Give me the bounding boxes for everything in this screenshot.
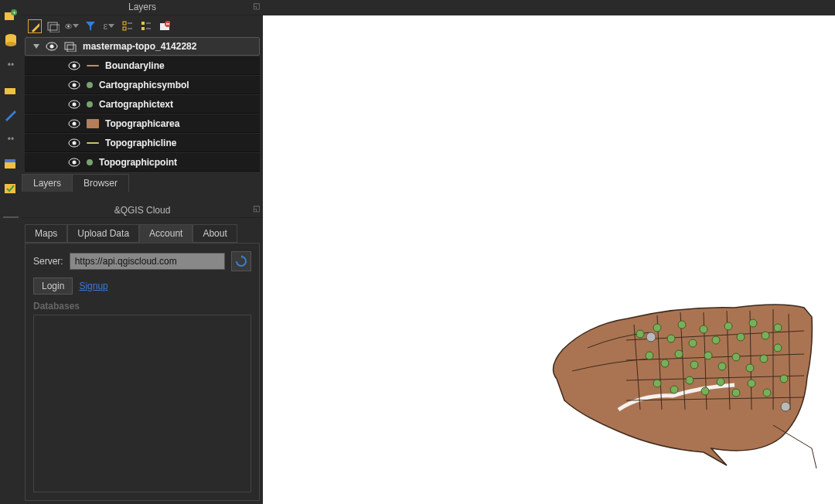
server-label: Server:	[33, 256, 63, 267]
map-feature	[541, 294, 820, 464]
svg-point-61	[760, 355, 768, 363]
svg-rect-11	[50, 25, 60, 32]
tab-layers[interactable]: Layers	[22, 174, 73, 192]
svg-point-73	[646, 332, 656, 342]
toolbar-db-icon[interactable]	[2, 31, 20, 49]
svg-point-58	[718, 363, 726, 370]
toolbar-check-icon[interactable]	[2, 179, 20, 198]
layer-row[interactable]: Topographicline	[25, 134, 260, 152]
layer-swatch	[87, 159, 93, 165]
visibility-eye-icon[interactable]	[68, 119, 80, 128]
toolbar-raster-icon[interactable]	[2, 155, 20, 173]
layers-tree: mastermap-topo_4142282 Boundaryline Cart…	[22, 36, 263, 172]
svg-rect-27	[65, 43, 73, 49]
cloud-panel-title-bar: &QGIS Cloud ◱	[22, 203, 263, 218]
add-group-icon[interactable]	[46, 19, 60, 33]
svg-point-36	[73, 121, 77, 125]
refresh-server-button[interactable]	[231, 251, 251, 271]
svg-point-57	[704, 352, 712, 359]
group-icon	[64, 41, 77, 52]
layers-toolbar: ε	[22, 15, 263, 36]
visibility-icon[interactable]	[65, 19, 79, 33]
layer-row[interactable]: Boundaryline	[25, 56, 260, 75]
map-canvas[interactable]	[263, 0, 835, 504]
svg-point-44	[678, 321, 686, 329]
layer-row[interactable]: Topographicpoint	[25, 153, 260, 172]
svg-point-64	[670, 386, 678, 393]
svg-rect-6	[5, 88, 15, 94]
svg-point-67	[717, 378, 724, 386]
cloud-tab-upload[interactable]: Upload Data	[67, 224, 139, 243]
svg-point-68	[732, 389, 740, 397]
svg-point-43	[667, 335, 675, 342]
visibility-eye-icon[interactable]	[46, 42, 58, 51]
group-label: mastermap-topo_4142282	[83, 41, 196, 52]
collapse-all-icon[interactable]	[139, 19, 153, 33]
layers-panel-title-bar: Layers ◱	[22, 0, 263, 15]
svg-point-13	[67, 25, 70, 27]
visibility-eye-icon[interactable]	[68, 138, 80, 148]
canvas-top-strip	[263, 0, 835, 15]
layer-row[interactable]: Cartographictext	[25, 95, 260, 114]
svg-point-49	[737, 333, 745, 341]
toolbar-separator	[3, 216, 19, 218]
login-button[interactable]: Login	[33, 278, 73, 295]
filter-icon[interactable]	[84, 19, 97, 33]
remove-layer-icon[interactable]	[158, 19, 172, 33]
toolbar-add-layer-icon[interactable]: +	[2, 6, 20, 25]
edit-layer-icon[interactable]	[28, 19, 42, 33]
svg-point-32	[73, 83, 77, 87]
svg-point-63	[653, 380, 661, 387]
expand-all-icon[interactable]	[121, 19, 135, 33]
panel-bottom-tabs: Layers Browser	[22, 174, 263, 192]
svg-point-46	[700, 325, 707, 333]
layer-swatch	[87, 82, 93, 88]
cloud-tab-body: Server: Login Signup Databases	[25, 243, 260, 501]
visibility-eye-icon[interactable]	[68, 61, 80, 70]
databases-label: Databases	[33, 301, 251, 312]
layer-row[interactable]: Topographicarea	[25, 114, 260, 133]
layer-swatch	[87, 142, 99, 144]
svg-point-54	[661, 359, 669, 367]
visibility-eye-icon[interactable]	[68, 100, 80, 109]
databases-list[interactable]	[33, 315, 251, 492]
layers-panel-title: Layers	[128, 2, 156, 12]
svg-point-55	[675, 350, 683, 358]
svg-point-62	[774, 344, 782, 352]
cloud-panel-undock-icon[interactable]: ◱	[253, 204, 260, 213]
svg-point-51	[762, 332, 769, 339]
expression-icon[interactable]: ε	[102, 19, 116, 33]
toolbar-sublayer-icon[interactable]	[2, 80, 20, 99]
server-input[interactable]	[70, 253, 225, 270]
expand-icon[interactable]	[33, 44, 39, 49]
toolbar-dots-icon[interactable]: ••	[2, 56, 20, 74]
tab-browser[interactable]: Browser	[72, 174, 129, 192]
layer-group-row[interactable]: mastermap-topo_4142282	[25, 37, 260, 56]
svg-rect-28	[67, 45, 76, 52]
signup-link[interactable]: Signup	[79, 281, 107, 291]
svg-point-50	[749, 319, 757, 327]
toolbar-pen-icon[interactable]	[2, 105, 20, 124]
toolbar-dots2-icon[interactable]: ••	[2, 130, 20, 148]
svg-point-42	[653, 324, 661, 332]
svg-point-72	[781, 402, 790, 411]
layer-row[interactable]: Cartographicsymbol	[25, 76, 260, 94]
layers-panel-undock-icon[interactable]: ◱	[253, 2, 260, 10]
cloud-tab-about[interactable]: About	[193, 224, 237, 243]
svg-point-47	[712, 336, 720, 344]
cloud-tab-maps[interactable]: Maps	[25, 224, 67, 243]
cloud-tabs: Maps Upload Data Account About	[25, 224, 260, 243]
visibility-eye-icon[interactable]	[68, 158, 80, 167]
layer-swatch	[87, 119, 99, 128]
side-panel: Layers ◱ ε mastermap-topo_4142282 B	[22, 0, 263, 504]
svg-point-5	[5, 42, 16, 46]
cloud-tab-account[interactable]: Account	[139, 224, 193, 243]
visibility-eye-icon[interactable]	[68, 80, 80, 90]
svg-point-70	[763, 389, 771, 397]
layer-label: Topographicarea	[105, 118, 179, 129]
svg-point-65	[686, 376, 694, 384]
svg-point-52	[774, 324, 782, 332]
layer-label: Boundaryline	[105, 60, 165, 71]
svg-rect-15	[123, 27, 126, 30]
svg-rect-19	[141, 27, 145, 30]
